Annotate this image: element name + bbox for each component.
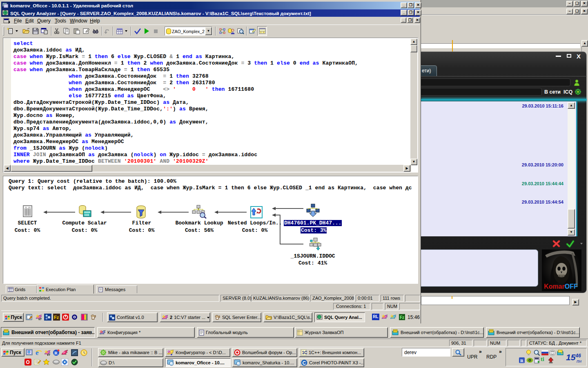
svg-text:C: C <box>303 360 306 366</box>
svg-text:v7: v7 <box>38 318 42 321</box>
svg-text:Fz: Fz <box>400 315 404 320</box>
svg-text:v7: v7 <box>47 353 50 356</box>
svg-text:1C: 1C <box>302 350 307 355</box>
svg-text:O: O <box>26 359 30 365</box>
svg-text:R: R <box>520 358 524 363</box>
svg-text:к: к <box>171 353 172 356</box>
svg-text:e: e <box>36 349 39 356</box>
svg-text:R: R <box>54 350 58 355</box>
svg-text:Fz: Fz <box>54 315 59 320</box>
